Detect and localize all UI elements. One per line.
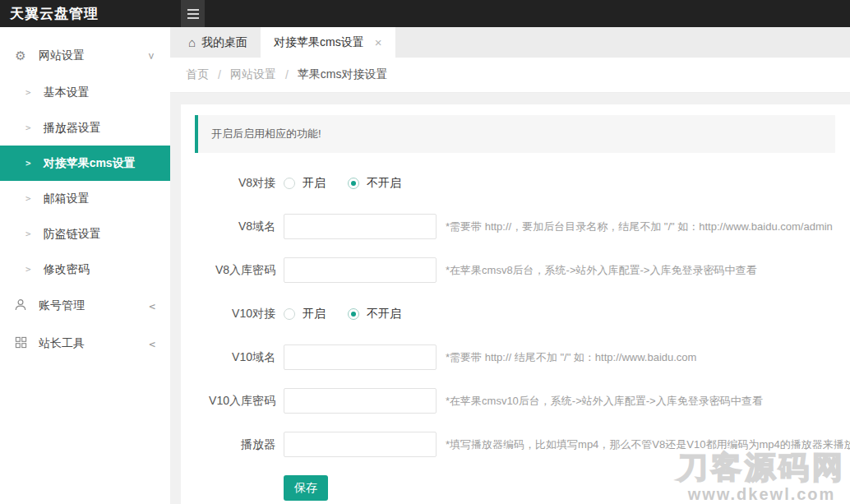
sidebar-item-label: 邮箱设置 bbox=[44, 192, 90, 206]
form-row-v10-domain: V10域名 *需要带 http:// 结尾不加 "/" 如：http://www… bbox=[195, 344, 835, 370]
v10-password-input[interactable] bbox=[284, 388, 437, 414]
form-row-v8-connect: V8对接 开启 不开启 bbox=[195, 170, 835, 196]
chevron-right-icon: > bbox=[25, 264, 31, 275]
alert-text: 开启后启用相应的功能! bbox=[211, 127, 321, 140]
sidebar-item-mailbox-settings[interactable]: > 邮箱设置 bbox=[0, 181, 170, 216]
v10-connect-on-radio[interactable]: 开启 bbox=[284, 307, 326, 321]
hamburger-menu-button[interactable] bbox=[181, 0, 205, 27]
chevron-left-icon: < bbox=[149, 300, 155, 312]
breadcrumb-separator: / bbox=[218, 68, 221, 81]
field-label: 播放器 bbox=[195, 437, 275, 452]
grid-icon bbox=[13, 336, 28, 351]
gear-icon: ⚙ bbox=[13, 49, 28, 63]
info-alert: 开启后启用相应的功能! bbox=[195, 115, 835, 153]
form-row-v8-password: V8入库密码 *在苹果cmsv8后台，系统->站外入库配置->入库免登录密码中查… bbox=[195, 257, 835, 283]
field-label: V10对接 bbox=[195, 307, 275, 321]
field-label: V10入库密码 bbox=[195, 394, 275, 409]
field-hint: *填写播放器编码，比如填写mp4，那么不管V8还是V10都用编码为mp4的播放器… bbox=[446, 437, 850, 452]
form-row-save: 保存 bbox=[195, 475, 835, 501]
v8-connect-off-radio[interactable]: 不开启 bbox=[348, 176, 401, 191]
hamburger-icon bbox=[187, 9, 199, 11]
sidebar-item-player-settings[interactable]: > 播放器设置 bbox=[0, 110, 170, 146]
radio-icon bbox=[284, 308, 295, 320]
sidebar-item-label: 网站设置 bbox=[39, 49, 149, 63]
breadcrumb: 首页 / 网站设置 / 苹果cms对接设置 bbox=[170, 58, 850, 93]
sidebar: ⚙ 网站设置 > > 基本设置 > 播放器设置 > 对接苹果cms设置 > 邮箱… bbox=[0, 27, 170, 504]
radio-icon bbox=[284, 178, 295, 189]
top-bar: 天翼云盘管理 bbox=[0, 0, 850, 27]
sidebar-item-hotlink-settings[interactable]: > 防盗链设置 bbox=[0, 216, 170, 252]
field-hint: *在苹果cmsv10后台，系统->站外入库配置->入库免登录密码中查看 bbox=[446, 394, 763, 409]
v8-domain-input[interactable] bbox=[284, 214, 437, 239]
chevron-right-icon: > bbox=[25, 229, 31, 239]
field-hint: *需要带 http://，要加后台目录名称，结尾不加 "/" 如：http://… bbox=[446, 220, 833, 234]
sidebar-item-label: 防盗链设置 bbox=[44, 227, 101, 242]
field-label: V8域名 bbox=[195, 220, 275, 234]
form-row-v10-connect: V10对接 开启 不开启 bbox=[195, 301, 835, 326]
chevron-right-icon: > bbox=[25, 87, 31, 98]
field-hint: *需要带 http:// 结尾不加 "/" 如：http://www.baidu… bbox=[446, 350, 696, 365]
sidebar-item-label: 站长工具 bbox=[39, 336, 149, 351]
sidebar-item-label: 基本设置 bbox=[44, 86, 90, 100]
radio-label: 不开启 bbox=[367, 307, 401, 321]
field-label: V8入库密码 bbox=[195, 263, 275, 278]
user-icon bbox=[13, 298, 28, 314]
sidebar-item-account-management[interactable]: 账号管理 < bbox=[0, 287, 170, 325]
chevron-left-icon: < bbox=[149, 338, 155, 350]
tab-my-desktop[interactable]: ⌂ 我的桌面 bbox=[175, 27, 261, 58]
sidebar-item-change-password[interactable]: > 修改密码 bbox=[0, 252, 170, 287]
radio-checked-icon bbox=[348, 308, 359, 320]
v8-connect-on-radio[interactable]: 开启 bbox=[284, 176, 326, 191]
v10-connect-off-radio[interactable]: 不开启 bbox=[348, 307, 401, 321]
save-button[interactable]: 保存 bbox=[284, 475, 328, 501]
form-row-player: 播放器 *填写播放器编码，比如填写mp4，那么不管V8还是V10都用编码为mp4… bbox=[195, 432, 835, 457]
sidebar-item-label: 账号管理 bbox=[39, 298, 149, 313]
sidebar-item-basic-settings[interactable]: > 基本设置 bbox=[0, 75, 170, 110]
v8-password-input[interactable] bbox=[284, 257, 437, 283]
sidebar-item-apple-cms-settings[interactable]: > 对接苹果cms设置 bbox=[0, 146, 170, 181]
radio-label: 不开启 bbox=[367, 176, 401, 191]
settings-card: 开启后启用相应的功能! V8对接 开启 不开启 V8域名 bbox=[181, 104, 850, 504]
field-label: V8对接 bbox=[195, 176, 275, 191]
player-input[interactable] bbox=[284, 432, 437, 457]
sidebar-item-label: 播放器设置 bbox=[44, 121, 101, 136]
radio-checked-icon bbox=[348, 178, 359, 189]
v10-domain-input[interactable] bbox=[284, 344, 437, 370]
tab-apple-cms-settings[interactable]: 对接苹果cms设置 × bbox=[261, 27, 395, 58]
tab-bar: ⌂ 我的桌面 对接苹果cms设置 × bbox=[170, 27, 850, 58]
close-icon[interactable]: × bbox=[375, 36, 382, 49]
breadcrumb-separator: / bbox=[285, 68, 289, 81]
breadcrumb-home-link[interactable]: 首页 bbox=[186, 67, 209, 82]
chevron-right-icon: > bbox=[25, 158, 31, 169]
radio-label: 开启 bbox=[303, 307, 326, 321]
breadcrumb-website-settings-link[interactable]: 网站设置 bbox=[230, 67, 276, 82]
field-hint: *在苹果cmsv8后台，系统->站外入库配置->入库免登录密码中查看 bbox=[446, 263, 756, 278]
radio-label: 开启 bbox=[303, 176, 326, 191]
form-row-v8-domain: V8域名 *需要带 http://，要加后台目录名称，结尾不加 "/" 如：ht… bbox=[195, 214, 835, 239]
breadcrumb-current-page: 苹果cms对接设置 bbox=[298, 67, 388, 82]
chevron-down-icon: > bbox=[146, 53, 159, 59]
chevron-right-icon: > bbox=[25, 123, 31, 133]
main-content: ⌂ 我的桌面 对接苹果cms设置 × 首页 / 网站设置 / 苹果cms对接设置… bbox=[170, 27, 850, 504]
tab-label: 我的桌面 bbox=[201, 35, 247, 50]
chevron-right-icon: > bbox=[25, 193, 31, 204]
app-title: 天翼云盘管理 bbox=[0, 4, 170, 23]
sidebar-item-webmaster-tools[interactable]: 站长工具 < bbox=[0, 325, 170, 363]
home-icon: ⌂ bbox=[188, 35, 196, 49]
sidebar-item-website-settings[interactable]: ⚙ 网站设置 > bbox=[0, 37, 170, 75]
field-label: V10域名 bbox=[195, 350, 275, 365]
tab-label: 对接苹果cms设置 bbox=[274, 35, 364, 50]
sidebar-item-label: 修改密码 bbox=[44, 262, 90, 277]
form-row-v10-password: V10入库密码 *在苹果cmsv10后台，系统->站外入库配置->入库免登录密码… bbox=[195, 388, 835, 414]
sidebar-item-label: 对接苹果cms设置 bbox=[44, 156, 136, 171]
